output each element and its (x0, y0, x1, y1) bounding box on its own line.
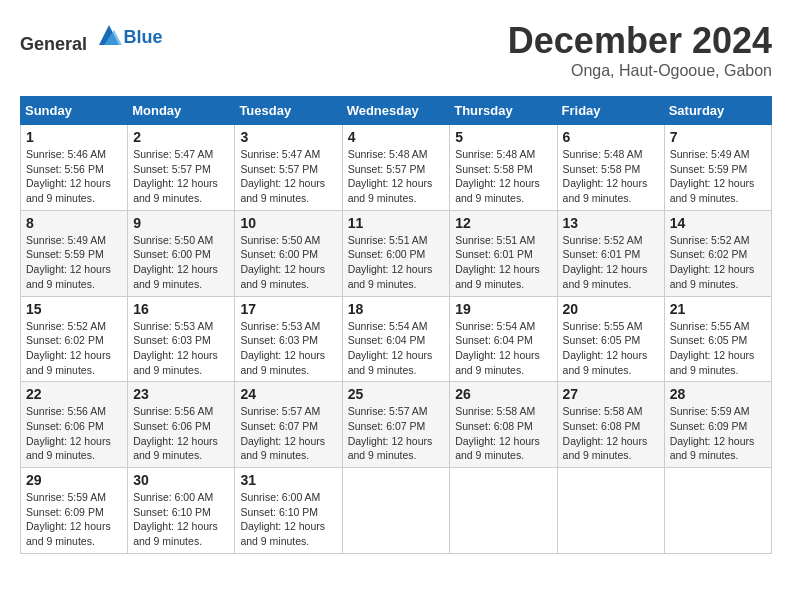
calendar-day-cell (557, 468, 664, 554)
calendar-day-cell: 9Sunrise: 5:50 AMSunset: 6:00 PMDaylight… (128, 210, 235, 296)
day-info: Sunrise: 5:54 AMSunset: 6:04 PMDaylight:… (455, 319, 551, 378)
calendar-day-cell: 20Sunrise: 5:55 AMSunset: 6:05 PMDayligh… (557, 296, 664, 382)
day-number: 12 (455, 215, 551, 231)
calendar-day-cell: 15Sunrise: 5:52 AMSunset: 6:02 PMDayligh… (21, 296, 128, 382)
day-number: 2 (133, 129, 229, 145)
weekday-header: Tuesday (235, 97, 342, 125)
location-title: Onga, Haut-Ogooue, Gabon (508, 62, 772, 80)
calendar-day-cell: 31Sunrise: 6:00 AMSunset: 6:10 PMDayligh… (235, 468, 342, 554)
calendar-day-cell: 29Sunrise: 5:59 AMSunset: 6:09 PMDayligh… (21, 468, 128, 554)
day-info: Sunrise: 5:57 AMSunset: 6:07 PMDaylight:… (240, 404, 336, 463)
day-info: Sunrise: 5:55 AMSunset: 6:05 PMDaylight:… (563, 319, 659, 378)
day-number: 4 (348, 129, 445, 145)
title-area: December 2024 Onga, Haut-Ogooue, Gabon (508, 20, 772, 80)
day-number: 27 (563, 386, 659, 402)
calendar-day-cell (342, 468, 450, 554)
day-info: Sunrise: 5:49 AMSunset: 5:59 PMDaylight:… (670, 147, 766, 206)
weekday-header: Sunday (21, 97, 128, 125)
day-info: Sunrise: 5:50 AMSunset: 6:00 PMDaylight:… (133, 233, 229, 292)
day-number: 7 (670, 129, 766, 145)
calendar-day-cell: 5Sunrise: 5:48 AMSunset: 5:58 PMDaylight… (450, 125, 557, 211)
calendar-day-cell: 26Sunrise: 5:58 AMSunset: 6:08 PMDayligh… (450, 382, 557, 468)
logo-icon (94, 20, 124, 50)
logo-blue: Blue (124, 27, 163, 47)
calendar-day-cell: 1Sunrise: 5:46 AMSunset: 5:56 PMDaylight… (21, 125, 128, 211)
day-info: Sunrise: 6:00 AMSunset: 6:10 PMDaylight:… (240, 490, 336, 549)
month-title: December 2024 (508, 20, 772, 62)
calendar-week-row: 8Sunrise: 5:49 AMSunset: 5:59 PMDaylight… (21, 210, 772, 296)
day-info: Sunrise: 5:56 AMSunset: 6:06 PMDaylight:… (133, 404, 229, 463)
day-number: 14 (670, 215, 766, 231)
day-info: Sunrise: 5:59 AMSunset: 6:09 PMDaylight:… (670, 404, 766, 463)
day-info: Sunrise: 5:58 AMSunset: 6:08 PMDaylight:… (455, 404, 551, 463)
calendar-header-row: SundayMondayTuesdayWednesdayThursdayFrid… (21, 97, 772, 125)
day-info: Sunrise: 5:53 AMSunset: 6:03 PMDaylight:… (133, 319, 229, 378)
weekday-header: Wednesday (342, 97, 450, 125)
header: General Blue December 2024 Onga, Haut-Og… (20, 20, 772, 80)
day-number: 15 (26, 301, 122, 317)
calendar-day-cell: 2Sunrise: 5:47 AMSunset: 5:57 PMDaylight… (128, 125, 235, 211)
calendar-day-cell: 8Sunrise: 5:49 AMSunset: 5:59 PMDaylight… (21, 210, 128, 296)
day-number: 28 (670, 386, 766, 402)
day-number: 8 (26, 215, 122, 231)
day-number: 6 (563, 129, 659, 145)
calendar-week-row: 22Sunrise: 5:56 AMSunset: 6:06 PMDayligh… (21, 382, 772, 468)
day-info: Sunrise: 5:58 AMSunset: 6:08 PMDaylight:… (563, 404, 659, 463)
calendar-day-cell: 24Sunrise: 5:57 AMSunset: 6:07 PMDayligh… (235, 382, 342, 468)
day-number: 25 (348, 386, 445, 402)
day-number: 5 (455, 129, 551, 145)
calendar-week-row: 15Sunrise: 5:52 AMSunset: 6:02 PMDayligh… (21, 296, 772, 382)
day-info: Sunrise: 5:50 AMSunset: 6:00 PMDaylight:… (240, 233, 336, 292)
day-number: 9 (133, 215, 229, 231)
calendar-day-cell: 30Sunrise: 6:00 AMSunset: 6:10 PMDayligh… (128, 468, 235, 554)
weekday-header: Monday (128, 97, 235, 125)
day-number: 21 (670, 301, 766, 317)
day-info: Sunrise: 5:48 AMSunset: 5:58 PMDaylight:… (563, 147, 659, 206)
day-info: Sunrise: 5:52 AMSunset: 6:01 PMDaylight:… (563, 233, 659, 292)
day-number: 31 (240, 472, 336, 488)
day-number: 17 (240, 301, 336, 317)
calendar-day-cell: 19Sunrise: 5:54 AMSunset: 6:04 PMDayligh… (450, 296, 557, 382)
day-info: Sunrise: 5:48 AMSunset: 5:58 PMDaylight:… (455, 147, 551, 206)
calendar-day-cell: 25Sunrise: 5:57 AMSunset: 6:07 PMDayligh… (342, 382, 450, 468)
day-info: Sunrise: 5:49 AMSunset: 5:59 PMDaylight:… (26, 233, 122, 292)
calendar-day-cell: 21Sunrise: 5:55 AMSunset: 6:05 PMDayligh… (664, 296, 771, 382)
calendar-table: SundayMondayTuesdayWednesdayThursdayFrid… (20, 96, 772, 554)
calendar-day-cell: 4Sunrise: 5:48 AMSunset: 5:57 PMDaylight… (342, 125, 450, 211)
weekday-header: Saturday (664, 97, 771, 125)
calendar-day-cell: 13Sunrise: 5:52 AMSunset: 6:01 PMDayligh… (557, 210, 664, 296)
calendar-day-cell: 17Sunrise: 5:53 AMSunset: 6:03 PMDayligh… (235, 296, 342, 382)
day-number: 13 (563, 215, 659, 231)
day-number: 23 (133, 386, 229, 402)
day-info: Sunrise: 5:52 AMSunset: 6:02 PMDaylight:… (670, 233, 766, 292)
day-number: 3 (240, 129, 336, 145)
calendar-day-cell: 18Sunrise: 5:54 AMSunset: 6:04 PMDayligh… (342, 296, 450, 382)
day-number: 19 (455, 301, 551, 317)
weekday-header: Friday (557, 97, 664, 125)
day-info: Sunrise: 5:54 AMSunset: 6:04 PMDaylight:… (348, 319, 445, 378)
day-number: 10 (240, 215, 336, 231)
calendar-day-cell: 6Sunrise: 5:48 AMSunset: 5:58 PMDaylight… (557, 125, 664, 211)
calendar-day-cell: 14Sunrise: 5:52 AMSunset: 6:02 PMDayligh… (664, 210, 771, 296)
day-info: Sunrise: 5:57 AMSunset: 6:07 PMDaylight:… (348, 404, 445, 463)
calendar-day-cell: 23Sunrise: 5:56 AMSunset: 6:06 PMDayligh… (128, 382, 235, 468)
day-number: 29 (26, 472, 122, 488)
day-info: Sunrise: 5:59 AMSunset: 6:09 PMDaylight:… (26, 490, 122, 549)
calendar-day-cell: 10Sunrise: 5:50 AMSunset: 6:00 PMDayligh… (235, 210, 342, 296)
day-number: 11 (348, 215, 445, 231)
day-info: Sunrise: 5:55 AMSunset: 6:05 PMDaylight:… (670, 319, 766, 378)
logo-general: General (20, 34, 87, 54)
day-info: Sunrise: 5:52 AMSunset: 6:02 PMDaylight:… (26, 319, 122, 378)
day-number: 30 (133, 472, 229, 488)
day-number: 18 (348, 301, 445, 317)
day-number: 1 (26, 129, 122, 145)
calendar-day-cell: 3Sunrise: 5:47 AMSunset: 5:57 PMDaylight… (235, 125, 342, 211)
day-number: 24 (240, 386, 336, 402)
calendar-day-cell: 11Sunrise: 5:51 AMSunset: 6:00 PMDayligh… (342, 210, 450, 296)
day-info: Sunrise: 5:56 AMSunset: 6:06 PMDaylight:… (26, 404, 122, 463)
calendar-day-cell: 27Sunrise: 5:58 AMSunset: 6:08 PMDayligh… (557, 382, 664, 468)
calendar-week-row: 1Sunrise: 5:46 AMSunset: 5:56 PMDaylight… (21, 125, 772, 211)
calendar-day-cell: 28Sunrise: 5:59 AMSunset: 6:09 PMDayligh… (664, 382, 771, 468)
calendar-day-cell (664, 468, 771, 554)
day-number: 20 (563, 301, 659, 317)
